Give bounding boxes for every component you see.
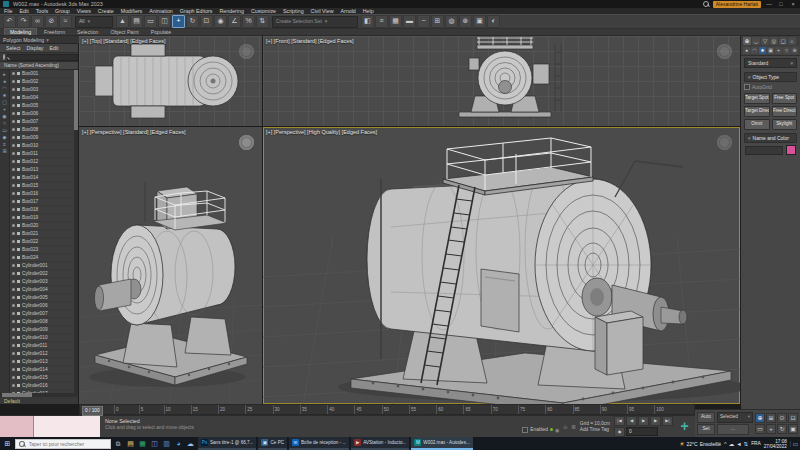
visibility-icon[interactable] bbox=[12, 216, 15, 219]
scene-object-row[interactable]: Box008 bbox=[10, 126, 74, 134]
unlink-icon[interactable]: ⊘ bbox=[45, 15, 58, 28]
shapes-icon[interactable]: ◠ bbox=[751, 47, 758, 54]
scene-object-row[interactable]: Box007 bbox=[10, 118, 74, 126]
visibility-icon[interactable] bbox=[12, 192, 15, 195]
visibility-icon[interactable] bbox=[12, 96, 15, 99]
visibility-icon[interactable] bbox=[12, 352, 15, 355]
viewcube[interactable] bbox=[717, 135, 732, 150]
timeline[interactable]: 0 / 100 05101520253035404550556065707580… bbox=[79, 404, 695, 415]
taskbar-window-button[interactable]: Ps Sans titre-1 @ 66,7... bbox=[198, 437, 256, 450]
scene-object-row[interactable]: Cylinder012 bbox=[10, 350, 74, 358]
scene-object-row[interactable]: Box001 bbox=[10, 70, 74, 78]
visibility-icon[interactable] bbox=[12, 184, 15, 187]
scene-explorer-menu-item[interactable]: Display bbox=[26, 45, 43, 51]
systems-icon[interactable]: ⊛ bbox=[791, 47, 798, 54]
visibility-icon[interactable] bbox=[12, 208, 15, 211]
enabled-indicator[interactable]: Enabled ◉ bbox=[522, 427, 559, 433]
scene-object-row[interactable]: Cylinder006 bbox=[10, 302, 74, 310]
visibility-icon[interactable] bbox=[12, 304, 15, 307]
viewport-perspective-large[interactable]: [+] [Perspective] [High Quality] [Edged … bbox=[263, 127, 740, 404]
align-icon[interactable]: ≡ bbox=[375, 15, 388, 28]
next-frame-icon[interactable]: ▶ bbox=[650, 416, 661, 426]
visibility-icon[interactable] bbox=[12, 112, 15, 115]
scene-explorer-menu-item[interactable]: Edit bbox=[49, 45, 58, 51]
scene-object-row[interactable]: Box006 bbox=[10, 110, 74, 118]
visibility-icon[interactable] bbox=[12, 200, 15, 203]
network-icon[interactable]: ⇅ bbox=[744, 441, 749, 447]
zoom-extents-all-icon[interactable]: ⊡ bbox=[788, 413, 798, 423]
scene-object-row[interactable]: Box003 bbox=[10, 86, 74, 94]
scene-object-row[interactable]: Box012 bbox=[10, 158, 74, 166]
key-mode-toggle-icon[interactable]: ◆ bbox=[614, 427, 625, 437]
visibility-icon[interactable] bbox=[12, 88, 15, 91]
excel-icon[interactable]: ▦ bbox=[137, 438, 148, 449]
scene-object-row[interactable]: Box014 bbox=[10, 174, 74, 182]
scene-object-row[interactable]: Box017 bbox=[10, 198, 74, 206]
scene-object-row[interactable]: Box009 bbox=[10, 134, 74, 142]
scene-object-row[interactable]: Cylinder008 bbox=[10, 318, 74, 326]
word-icon[interactable]: ▥ bbox=[161, 438, 172, 449]
filter-lights-icon[interactable]: ★ bbox=[2, 93, 6, 98]
hierarchy-tab-icon[interactable]: ▽ bbox=[761, 37, 769, 45]
taskbar-window-button[interactable]: ▣ Ce PC bbox=[258, 437, 287, 450]
scene-object-row[interactable]: Cylinder004 bbox=[10, 286, 74, 294]
filter-spacewarps-icon[interactable]: ≈ bbox=[3, 121, 6, 126]
key-mode-dropdown[interactable]: Selected▾ bbox=[717, 412, 753, 423]
set-key-button[interactable]: Set bbox=[697, 424, 715, 435]
utilities-tab-icon[interactable]: ⌂ bbox=[788, 37, 796, 45]
explorer-pin-icon[interactable]: ▸ bbox=[3, 72, 6, 77]
scene-object-row[interactable]: Box018 bbox=[10, 206, 74, 214]
filter-helpers-icon[interactable]: + bbox=[3, 107, 6, 112]
mirror-icon[interactable]: ◧ bbox=[361, 15, 374, 28]
search-icon[interactable] bbox=[703, 1, 709, 7]
select-object-icon[interactable]: ▲ bbox=[116, 15, 129, 28]
color-swatch[interactable] bbox=[786, 145, 796, 155]
viewport-front[interactable]: [+] [Front] [Standard] [Edged Faces] bbox=[263, 36, 740, 126]
visibility-icon[interactable] bbox=[12, 256, 15, 259]
light-type-button[interactable]: Free Spot bbox=[772, 93, 798, 104]
geometry-icon[interactable]: ● bbox=[743, 47, 750, 54]
visibility-icon[interactable] bbox=[12, 168, 15, 171]
visibility-icon[interactable] bbox=[12, 232, 15, 235]
rotate-icon[interactable]: ↻ bbox=[186, 15, 199, 28]
add-time-tag[interactable]: Add Time Tag bbox=[580, 427, 609, 432]
task-view-icon[interactable]: ⧉ bbox=[113, 440, 123, 448]
auto-key-button[interactable]: Auto bbox=[697, 412, 715, 423]
modify-tab-icon[interactable]: ◡ bbox=[752, 37, 760, 45]
cameras-icon[interactable]: ▣ bbox=[767, 47, 774, 54]
motion-tab-icon[interactable]: ◎ bbox=[770, 37, 778, 45]
ribbon-tab[interactable]: Freeform bbox=[39, 29, 70, 35]
visibility-icon[interactable] bbox=[12, 104, 15, 107]
undo-icon[interactable]: ↶ bbox=[3, 15, 16, 28]
selection-filter-dropdown[interactable]: All▾ bbox=[75, 16, 113, 28]
taskbar-window-button[interactable]: ✉ Boîte de réception - ... bbox=[289, 437, 349, 450]
visibility-icon[interactable] bbox=[12, 224, 15, 227]
visibility-icon[interactable] bbox=[12, 144, 15, 147]
viewport-label[interactable]: [+] [Perspective] [Standard] [Edged Face… bbox=[82, 129, 186, 135]
transform-typein-cross-icon[interactable]: + bbox=[677, 419, 692, 434]
select-link-icon[interactable]: ∞ bbox=[31, 15, 44, 28]
visibility-icon[interactable] bbox=[12, 376, 15, 379]
helpers-icon[interactable]: + bbox=[775, 47, 782, 54]
name-and-color-rollout[interactable]: ▾ Name and Color bbox=[744, 133, 797, 143]
viewcube[interactable] bbox=[717, 44, 732, 59]
light-type-button[interactable]: Target Spot bbox=[744, 93, 770, 104]
scene-object-row[interactable]: Cylinder007 bbox=[10, 310, 74, 318]
weather-widget[interactable]: ☀ 22°C Ensoleillé bbox=[679, 440, 721, 447]
viewport-perspective-small[interactable]: [+] [Perspective] [Standard] [Edged Face… bbox=[79, 127, 262, 404]
light-type-button[interactable]: Target Direct bbox=[744, 106, 770, 117]
visibility-icon[interactable] bbox=[12, 136, 15, 139]
scene-object-row[interactable]: Box019 bbox=[10, 214, 74, 222]
maximize-viewport-icon[interactable]: ▣ bbox=[788, 424, 798, 434]
visibility-icon[interactable] bbox=[12, 320, 15, 323]
visibility-icon[interactable] bbox=[12, 120, 15, 123]
file-explorer-icon[interactable]: ▤ bbox=[125, 438, 136, 449]
minimize-button[interactable]: — bbox=[765, 1, 773, 7]
visibility-icon[interactable] bbox=[12, 344, 15, 347]
ribbon-tab[interactable]: Populate bbox=[146, 29, 176, 35]
scene-object-row[interactable]: Box020 bbox=[10, 222, 74, 230]
viewport-label[interactable]: [+] [Perspective] [High Quality] [Edged … bbox=[266, 129, 377, 135]
scene-explorer-search-input[interactable] bbox=[7, 54, 78, 61]
zoom-region-icon[interactable]: ▭ bbox=[755, 424, 765, 434]
scene-object-row[interactable]: Cylinder016 bbox=[10, 382, 74, 390]
